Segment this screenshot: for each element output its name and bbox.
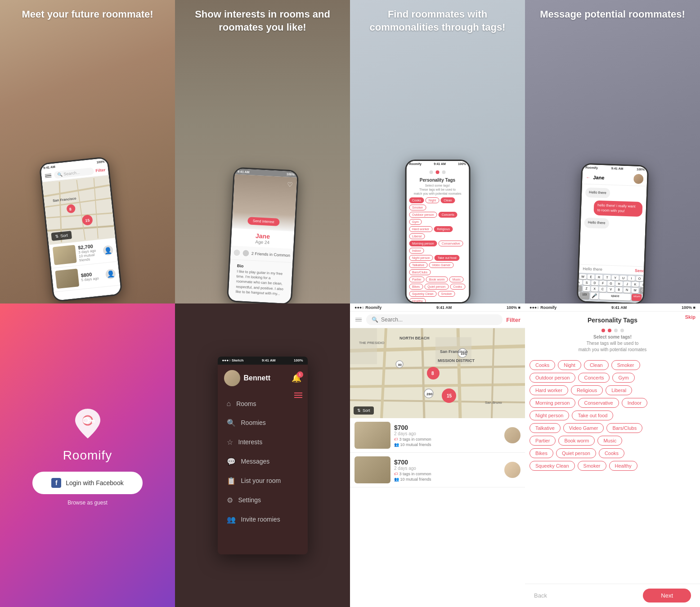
tag-full-cooks[interactable]: Cooks [529,360,555,370]
back-arrow[interactable]: ← [586,174,590,179]
menu-item-interests[interactable]: ☆ Interests [218,433,308,452]
tag-conservative[interactable]: Conservative [439,241,463,246]
tag-full-night[interactable]: Night [558,360,581,370]
tag-full-music[interactable]: Music [597,436,622,446]
tag-indoor[interactable]: Indoor [409,248,424,254]
tag-full-talkative[interactable]: Talkative [529,423,561,433]
tag-religious[interactable]: Religious [434,226,453,232]
tag-full-hardworker[interactable]: Hard worker [529,385,568,395]
tag-concerts[interactable]: Concerts [439,212,458,218]
skip-btn[interactable]: Skip [685,314,696,320]
key-y[interactable]: Y [611,275,619,281]
tag-healthy[interactable]: Healthy [409,298,426,302]
tag-quietperson[interactable]: Quiet person [424,284,449,290]
tag-outdoor[interactable]: Outdoor person [409,212,437,218]
tag-full-smoker2[interactable]: Smoker [578,461,606,471]
filter-btn[interactable]: Filter [506,317,521,323]
key-b[interactable]: B [615,287,622,293]
tag-full-partier[interactable]: Partier [529,436,556,446]
tag-smoker[interactable]: Smoker [409,205,426,210]
tag-full-quietperson[interactable]: Quiet person [556,448,596,458]
tag-smoker2[interactable]: Smoker [438,291,455,297]
tag-partier[interactable]: Partier [409,277,425,282]
tag-full-healthy[interactable]: Healthy [609,461,637,471]
tag-full-morning[interactable]: Morning person [529,398,575,408]
key-e[interactable]: E [587,274,594,280]
key-h[interactable]: H [615,281,622,286]
tag-full-takeout[interactable]: Take out food [572,411,613,420]
tag-full-cooks2[interactable]: Cooks [599,448,624,458]
tag-full-conservative[interactable]: Conservative [578,398,619,408]
key-z[interactable]: Z [583,286,590,292]
tag-liberal[interactable]: Liberal [409,233,425,239]
tag-full-gym[interactable]: Gym [612,373,634,383]
tag-music[interactable]: Music [449,277,464,282]
tag-full-concerts[interactable]: Concerts [578,373,610,383]
browse-guest-link[interactable]: Browse as guest [67,500,108,506]
key-n[interactable]: N [623,287,630,293]
tag-nightperson[interactable]: Night person [409,255,433,261]
tag-full-smoker[interactable]: Smoker [611,360,640,370]
tag-talkative[interactable]: Talkative [409,262,427,268]
tag-videogamer[interactable]: Video Gamer [429,262,453,268]
tag-full-religious[interactable]: Religious [571,385,603,395]
key-j[interactable]: J [623,281,630,287]
facebook-login-btn[interactable]: f Login with Facebook [32,472,142,494]
tag-full-liberal[interactable]: Liberal [606,385,632,395]
menu-item-roomies[interactable]: 🔍 Roomies [218,413,308,433]
key-return[interactable]: return [632,294,642,301]
tag-cooks[interactable]: Cooks [409,197,424,203]
send-btn[interactable]: Send [635,268,645,273]
menu-item-invite[interactable]: 👥 Invite roomies [218,510,308,529]
key-r[interactable]: R [595,275,602,280]
tag-gym[interactable]: Gym [409,219,422,225]
key-o[interactable]: O [636,276,643,281]
tag-bikes[interactable]: Bikes [409,284,423,290]
tag-full-clean[interactable]: Clean [584,360,609,370]
key-a[interactable]: A [578,280,582,285]
listing-full-2[interactable]: $700 2 days ago 🏷 3 tags in common 👥 10 … [350,453,525,487]
key-m[interactable]: M [631,288,638,294]
menu-item-listroom[interactable]: 📋 List your room [218,471,308,491]
key-x[interactable]: X [591,286,598,292]
user-avatar[interactable] [224,370,240,386]
key-f[interactable]: F [599,281,606,286]
tag-morning[interactable]: Morning person [409,241,437,246]
tag-hardworker[interactable]: Hard worker [409,226,432,232]
key-123[interactable]: 123 [579,292,589,299]
key-g[interactable]: G [607,281,614,286]
key-shift[interactable]: ⇧ [578,286,582,291]
key-i[interactable]: I [628,276,635,281]
tag-night[interactable]: Night [426,197,439,203]
menu-icon[interactable] [354,317,363,323]
key-k[interactable]: K [631,282,638,287]
filter-label[interactable]: Filter [95,168,106,173]
sort-btn[interactable]: ⇅ Sort [354,406,374,415]
tag-squeekyclean[interactable]: Squeeky Clean [409,291,436,297]
search-input[interactable] [381,317,497,323]
key-q[interactable]: Q [578,274,578,279]
key-mic[interactable]: 🎤 [590,292,598,299]
menu-item-messages[interactable]: 💬 Messages [218,452,308,471]
key-u[interactable]: U [619,276,627,281]
key-c[interactable]: C [599,286,606,292]
menu-item-settings[interactable]: ⚙ Settings [218,491,308,510]
tag-clean[interactable]: Clean [440,197,455,203]
tag-full-bikes[interactable]: Bikes [529,448,553,458]
listing-full-1[interactable]: $700 2 days ago 🏷 3 tags in common 👥 10 … [350,418,525,453]
tag-full-nightperson[interactable]: Night person [529,411,569,420]
tags-next-btn[interactable]: Next [643,589,691,603]
tag-full-outdoor[interactable]: Outdoor person [529,373,575,383]
search-bar[interactable]: 🔍 [366,314,503,325]
tag-full-squeekyclean[interactable]: Squeeky Clean [529,461,575,471]
tag-full-indoor[interactable]: Indoor [622,398,647,408]
tag-takeout[interactable]: Take out food [435,255,460,261]
hamburger-lines[interactable] [294,393,302,398]
tag-full-barsclubs[interactable]: Bars/Clubs [606,423,642,433]
tag-bookworm[interactable]: Book worm [426,277,448,282]
key-d[interactable]: D [591,280,598,286]
key-t[interactable]: T [603,275,610,280]
key-w[interactable]: W [579,274,586,279]
send-interest-btn[interactable]: Send Interest [247,217,279,226]
tag-cooks2[interactable]: Cooks [450,284,465,290]
